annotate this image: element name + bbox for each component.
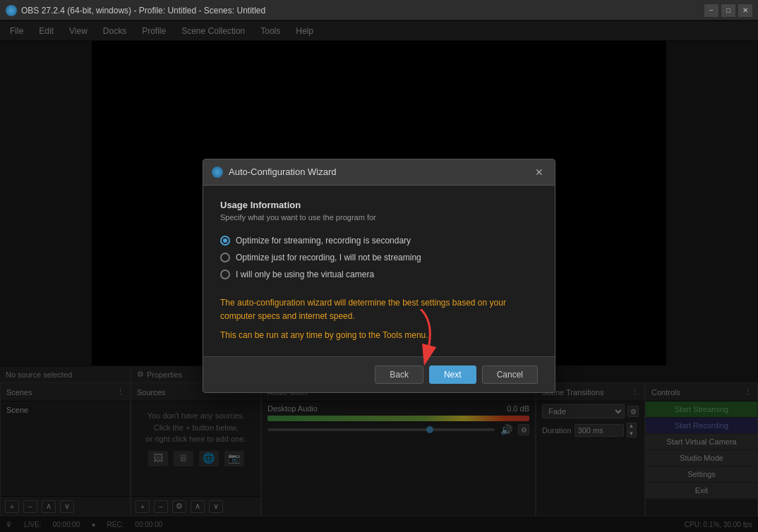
minimize-button[interactable]: − bbox=[704, 4, 718, 17]
radio-option-virtualcam[interactable]: I will only be using the virtual camera bbox=[220, 270, 538, 279]
radio-virtualcam-label: I will only be using the virtual camera bbox=[236, 270, 374, 279]
modal-overlay: Auto-Configuration Wizard ✕ Usage Inform… bbox=[0, 20, 758, 532]
modal-info-line2: computer specs and internet speed. bbox=[220, 310, 538, 323]
modal-info-line4: This can be run at any time by going to … bbox=[220, 329, 538, 342]
modal-close-button[interactable]: ✕ bbox=[532, 165, 546, 179]
modal-title-left: Auto-Configuration Wizard bbox=[212, 167, 336, 178]
cancel-button[interactable]: Cancel bbox=[482, 365, 538, 384]
modal-info-text: The auto-configuration wizard will deter… bbox=[220, 296, 538, 343]
radio-virtualcam-circle bbox=[220, 270, 230, 279]
window-title: OBS 27.2.4 (64-bit, windows) - Profile: … bbox=[21, 6, 265, 16]
restore-button[interactable]: □ bbox=[721, 4, 735, 17]
modal-obs-logo bbox=[212, 167, 223, 178]
radio-streaming-label: Optimize for streaming, recording is sec… bbox=[236, 236, 411, 246]
modal-info-line1: The auto-configuration wizard will deter… bbox=[220, 296, 538, 310]
radio-streaming-circle bbox=[220, 236, 230, 246]
title-bar: OBS 27.2.4 (64-bit, windows) - Profile: … bbox=[0, 0, 758, 21]
modal-section-sub: Specify what you want to use the program… bbox=[220, 213, 538, 222]
title-bar-left: OBS 27.2.4 (64-bit, windows) - Profile: … bbox=[6, 5, 265, 16]
radio-recording-circle bbox=[220, 253, 230, 262]
next-button[interactable]: Next bbox=[429, 365, 476, 384]
obs-logo bbox=[6, 5, 17, 16]
modal-section-title: Usage Information bbox=[220, 200, 538, 210]
modal-title-bar: Auto-Configuration Wizard ✕ bbox=[203, 159, 555, 186]
title-bar-controls[interactable]: − □ ✕ bbox=[704, 4, 752, 17]
back-button[interactable]: Back bbox=[375, 365, 423, 384]
modal-body: Usage Information Specify what you want … bbox=[203, 186, 555, 357]
radio-recording-label: Optimize just for recording, I will not … bbox=[236, 253, 421, 262]
radio-option-streaming[interactable]: Optimize for streaming, recording is sec… bbox=[220, 236, 538, 246]
modal-footer: Back Next Cancel bbox=[203, 356, 555, 392]
radio-option-recording[interactable]: Optimize just for recording, I will not … bbox=[220, 253, 538, 262]
modal-title: Auto-Configuration Wizard bbox=[229, 167, 336, 177]
auto-config-wizard-modal: Auto-Configuration Wizard ✕ Usage Inform… bbox=[203, 159, 555, 394]
close-button[interactable]: ✕ bbox=[738, 4, 752, 17]
